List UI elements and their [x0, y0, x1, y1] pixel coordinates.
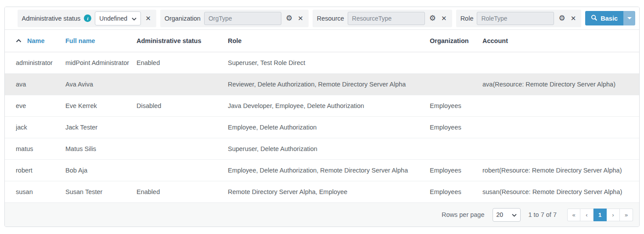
filter-organization: Organization ⚙ ✕ [160, 10, 309, 27]
table-row[interactable]: administrator midPoint Administrator Ena… [5, 52, 639, 74]
cell-organization: Employees [430, 167, 482, 174]
cell-name: matus [16, 145, 65, 152]
cell-admin-status: Disabled [137, 102, 228, 109]
cell-admin-status: Enabled [137, 188, 228, 195]
cell-role: Superuser, Test Role Direct [228, 59, 430, 66]
remove-filter-button[interactable]: ✕ [570, 14, 577, 22]
next-page-button[interactable]: › [607, 209, 620, 221]
gear-icon[interactable]: ⚙ [428, 14, 437, 23]
table-row[interactable]: ava Ava Aviva Reviewer, Delete Authoriza… [5, 74, 639, 95]
pagination-range-text: 1 to 7 of 7 [529, 211, 557, 218]
search-basic-button[interactable]: Basic [585, 11, 623, 25]
chevron-down-icon [512, 211, 517, 218]
table-body: administrator midPoint Administrator Ena… [5, 52, 639, 203]
table-row[interactable]: matus Matus Silis Superuser, Delete Auth… [5, 138, 639, 160]
cell-admin-status: Enabled [137, 59, 228, 66]
cell-full-name: Jack Tester [65, 124, 137, 131]
page-1-button[interactable]: 1 [594, 209, 607, 221]
gear-icon[interactable]: ⚙ [558, 14, 566, 23]
filter-label: Administrative status [22, 15, 81, 22]
cell-full-name: Ava Aviva [65, 81, 137, 88]
cell-account: robert(Resource: Remote Directory Server… [482, 167, 636, 174]
table-row[interactable]: robert Bob Aja Employee, Delete Authoriz… [5, 160, 639, 181]
cell-organization: Employees [430, 102, 482, 109]
column-header-administrative-status: Administrative status [137, 37, 228, 44]
table-footer: Rows per page 20 1 to 7 of 7 « ‹ 1 › » [5, 203, 639, 227]
filter-resource: Resource ⚙ ✕ [313, 10, 452, 27]
filter-label: Resource [317, 15, 344, 22]
resource-input[interactable] [348, 12, 425, 25]
cell-full-name: Matus Silis [65, 145, 137, 152]
cell-role: Remote Directory Server Alpha, Employee [228, 188, 430, 195]
column-header-full-name[interactable]: Full name [65, 37, 137, 44]
search-button-label: Basic [601, 15, 618, 22]
filter-administrative-status: Administrative status i Undefined ✕ [18, 10, 156, 27]
users-table-card: Administrative status i Undefined ✕ Orga… [4, 7, 640, 227]
cell-role: Superuser, Delete Authorization [228, 145, 430, 152]
role-input[interactable] [477, 12, 554, 25]
table-row[interactable]: jack Jack Tester Employee, Delete Author… [5, 117, 639, 138]
cell-name: ava [16, 81, 65, 88]
previous-page-button[interactable]: ‹ [580, 209, 594, 221]
last-page-button[interactable]: » [620, 209, 633, 221]
table-row[interactable]: susan Susan Tester Enabled Remote Direct… [5, 181, 639, 203]
remove-filter-button[interactable]: ✕ [144, 14, 152, 22]
cell-role: Reviewer, Delete Authorization, Remote D… [228, 81, 430, 88]
table-row[interactable]: eve Eve Kerrek Disabled Java Developer, … [5, 95, 639, 117]
rows-per-page-value: 20 [496, 211, 504, 218]
cell-account: ava(Resource: Remote Directory Server Al… [482, 81, 636, 88]
rows-per-page-label: Rows per page [442, 211, 485, 218]
cell-role: Employee, Delete Authorization [228, 124, 430, 131]
cell-organization: Employees [430, 188, 482, 195]
first-page-button[interactable]: « [567, 209, 580, 221]
organization-input[interactable] [204, 12, 281, 25]
column-header-account: Account [482, 37, 636, 44]
column-header-name-link[interactable]: Name [27, 37, 45, 44]
search-split-button: Basic [585, 11, 635, 25]
filter-label: Organization [165, 15, 201, 22]
search-mode-dropdown-button[interactable] [623, 11, 635, 25]
column-header-role: Role [228, 37, 430, 44]
cell-name: susan [16, 188, 65, 195]
info-icon[interactable]: i [84, 14, 91, 22]
remove-filter-button[interactable]: ✕ [297, 14, 304, 22]
chevron-down-icon [132, 15, 137, 22]
cell-full-name: Bob Aja [65, 167, 137, 174]
search-filter-bar: Administrative status i Undefined ✕ Orga… [5, 7, 639, 30]
cell-full-name: Susan Tester [65, 188, 137, 195]
cell-full-name: Eve Kerrek [65, 102, 137, 109]
filter-role: Role ⚙ ✕ [456, 10, 582, 27]
caret-down-icon [627, 17, 632, 19]
cell-full-name: midPoint Administrator [65, 59, 137, 66]
filter-label: Role [461, 15, 474, 22]
table-header-row: Name Full name Administrative status Rol… [5, 30, 639, 52]
cell-role: Employee, Delete Authorization, Remote D… [228, 167, 430, 174]
cell-organization: Employees [430, 124, 482, 131]
search-icon [591, 14, 597, 22]
cell-account: susan(Resource: Remote Directory Server … [482, 188, 636, 195]
cell-name: eve [16, 102, 65, 109]
cell-name: administrator [16, 59, 65, 66]
cell-name: robert [16, 167, 65, 174]
gear-icon[interactable]: ⚙ [285, 14, 293, 23]
remove-filter-button[interactable]: ✕ [440, 14, 448, 22]
column-header-organization: Organization [430, 37, 482, 44]
sort-ascending-icon[interactable] [16, 39, 22, 43]
pagination: « ‹ 1 › » [567, 209, 633, 221]
cell-role: Java Developer, Employee, Delete Authori… [228, 102, 430, 109]
rows-per-page-select[interactable]: 20 [493, 208, 521, 222]
column-header-name: Name [16, 37, 65, 44]
selected-value: Undefined [99, 15, 127, 22]
administrative-status-select[interactable]: Undefined [95, 11, 141, 25]
cell-name: jack [16, 124, 65, 131]
